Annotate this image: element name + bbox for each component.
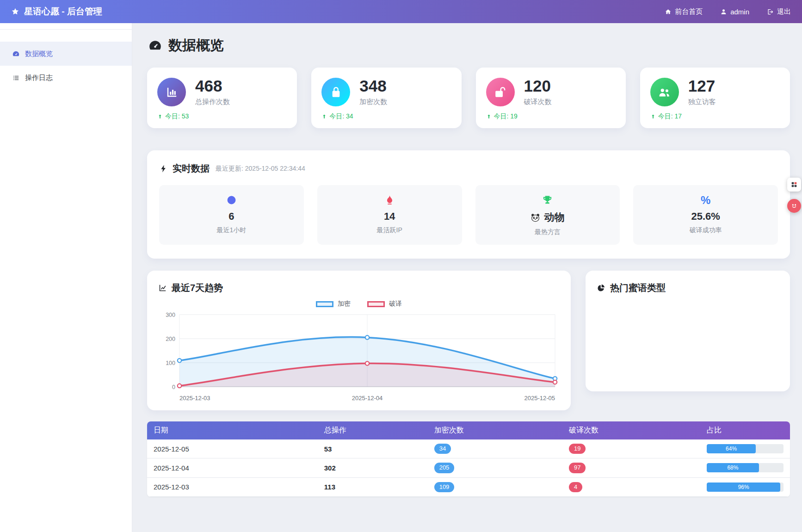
pie-title: 热门蜜语类型	[610, 282, 666, 294]
encrypt-count-badge: 205	[434, 463, 455, 473]
ratio-progress-bar: 68%	[707, 463, 783, 472]
navbar: 星语心愿 - 后台管理 前台首页 admin 退出	[0, 0, 802, 23]
stat-card-total-ops: 468 总操作次数 今日: 53	[147, 68, 297, 128]
arrow-up-icon	[321, 114, 327, 119]
stat-label: 独立访客	[688, 98, 716, 106]
stat-card-visitors: 127 独立访客 今日: 17	[640, 68, 790, 128]
chart-legend: 加密 破译	[158, 300, 560, 308]
encrypt-count-badge: 34	[434, 444, 451, 454]
table-row: 2025-12-04 302 205 97 68%	[147, 458, 790, 477]
sidebar-item-overview[interactable]: 数据概览	[0, 42, 132, 66]
realtime-value: 14	[322, 210, 457, 223]
stat-label: 加密次数	[359, 98, 387, 106]
legend-item-encrypt[interactable]: 加密	[316, 300, 351, 308]
stat-card-decrypt: 120 破译次数 今日: 19	[476, 68, 626, 128]
table-row: 2025-12-03 113 109 4 96%	[147, 477, 790, 496]
svg-text:200: 200	[166, 336, 175, 342]
decrypt-count-badge: 4	[569, 482, 582, 492]
gauge-icon	[12, 50, 20, 58]
realtime-value: 6	[164, 210, 299, 223]
stat-icon-circle	[486, 78, 515, 106]
table-header-row: 日期 总操作 加密次数 破译次数 占比	[147, 421, 790, 439]
pie-card: 热门蜜语类型	[586, 271, 790, 391]
realtime-value: 动物	[480, 210, 616, 224]
arrow-up-icon	[650, 114, 656, 119]
chart-line-icon	[158, 284, 167, 292]
legend-item-decrypt[interactable]: 破译	[367, 300, 402, 308]
legend-swatch	[367, 301, 385, 307]
realtime-label: 最近1小时	[164, 226, 299, 235]
stat-icon-circle	[321, 78, 350, 106]
cell-date: 2025-12-03	[147, 477, 318, 496]
decrypt-count-badge: 97	[569, 463, 586, 473]
navbar-links: 前台首页 admin 退出	[665, 7, 791, 16]
pie-chart-icon	[597, 284, 605, 292]
cell-date: 2025-12-05	[147, 439, 318, 458]
mascot-face-icon	[790, 201, 799, 210]
col-header-date: 日期	[147, 421, 318, 439]
lock-icon	[329, 86, 343, 99]
table-row: 2025-12-05 53 34 19 64%	[147, 439, 790, 458]
brand-title: 星语心愿 - 后台管理	[24, 6, 102, 18]
realtime-item-hot-dialect: 动物 最热方言	[475, 185, 620, 245]
app-brand: 星语心愿 - 后台管理	[11, 6, 102, 18]
stat-value: 348	[359, 78, 387, 95]
stat-today: 今日: 53	[157, 112, 287, 121]
stat-card-encrypt: 348 加密次数 今日: 34	[311, 68, 461, 128]
home-icon	[665, 8, 672, 15]
unlock-icon	[494, 86, 507, 99]
arrow-up-icon	[486, 114, 492, 119]
realtime-card: 实时数据 最近更新: 2025-12-05 22:34:44 6 最近1小时 1…	[147, 150, 790, 259]
realtime-item-active-ip: 14 最活跃IP	[317, 185, 462, 245]
ratio-progress-bar: 64%	[707, 444, 783, 453]
list-icon	[12, 74, 20, 82]
page-title: 数据概览	[147, 36, 790, 55]
svg-text:2025-12-04: 2025-12-04	[352, 395, 383, 402]
stat-value: 468	[195, 78, 230, 95]
stat-icon-circle	[157, 78, 186, 106]
decrypt-count-badge: 19	[569, 444, 586, 454]
nav-admin-user-link[interactable]: admin	[720, 8, 749, 16]
cell-total: 302	[318, 458, 428, 477]
realtime-item-success-rate: % 25.6% 破译成功率	[633, 185, 778, 245]
fire-icon	[384, 195, 395, 205]
ratio-progress-bar: 96%	[707, 483, 783, 492]
daily-stats-table: 日期 总操作 加密次数 破译次数 占比 2025-12-05 53 34 19 …	[147, 421, 790, 497]
sidebar-item-label: 数据概览	[25, 49, 53, 58]
realtime-label: 最活跃IP	[322, 226, 457, 235]
floating-widget-mascot[interactable]	[787, 199, 801, 213]
sidebar-item-logs[interactable]: 操作日志	[0, 66, 132, 90]
trophy-icon	[542, 195, 553, 205]
charts-row: 最近7天趋势 加密 破译 01002003002025-12-032025-12…	[147, 271, 790, 410]
user-icon	[720, 8, 727, 15]
trend-line-chart: 01002003002025-12-032025-12-042025-12-05	[158, 309, 560, 404]
stat-value: 127	[688, 78, 716, 95]
floating-widget-grid[interactable]	[787, 178, 801, 192]
users-icon	[658, 86, 671, 99]
realtime-title: 实时数据	[173, 162, 210, 175]
col-header-encrypt: 加密次数	[428, 421, 562, 439]
sidebar-divider	[0, 29, 132, 30]
sidebar: 数据概览 操作日志	[0, 23, 132, 532]
svg-text:2025-12-05: 2025-12-05	[524, 395, 555, 402]
cell-total: 53	[318, 439, 428, 458]
clock-icon	[226, 195, 237, 205]
stat-value: 120	[524, 78, 552, 95]
stat-today: 今日: 19	[486, 112, 616, 121]
svg-text:300: 300	[166, 312, 175, 318]
stat-today: 今日: 34	[321, 112, 451, 121]
nav-frontend-home-link[interactable]: 前台首页	[665, 7, 703, 16]
main-content: 数据概览 468 总操作次数 今日: 53	[132, 23, 802, 532]
trend-card: 最近7天趋势 加密 破译 01002003002025-12-032025-12…	[147, 271, 571, 410]
star-icon	[11, 7, 19, 16]
col-header-decrypt: 破译次数	[562, 421, 700, 439]
cell-total: 113	[318, 477, 428, 496]
nav-logout-link[interactable]: 退出	[767, 7, 791, 16]
realtime-updated: 最近更新: 2025-12-05 22:34:44	[216, 165, 305, 173]
stat-label: 破译次数	[524, 98, 552, 106]
signout-icon	[767, 8, 774, 15]
realtime-item-last-hour: 6 最近1小时	[159, 185, 304, 245]
realtime-label: 破译成功率	[638, 226, 773, 235]
bar-chart-icon	[165, 86, 179, 99]
stat-icon-circle	[650, 78, 679, 106]
